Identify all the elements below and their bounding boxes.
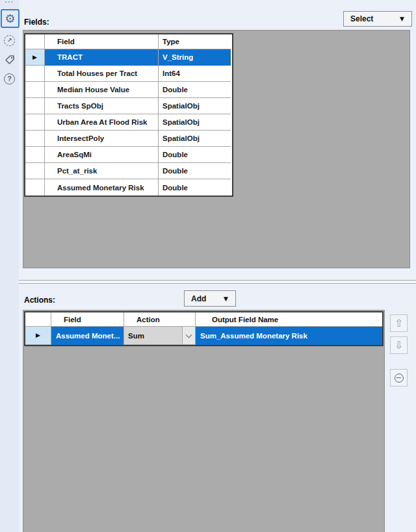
row-selector[interactable]: ▶	[25, 327, 51, 345]
actions-panel: Field Action Output Field Name ▶ Assumed…	[23, 310, 385, 532]
current-row-marker-icon: ▶	[32, 55, 37, 60]
move-row-down-button[interactable]: ⇩	[390, 336, 408, 354]
configuration-tab-button[interactable]: ⚙	[1, 9, 20, 28]
field-cell[interactable]: IntersectPoly	[45, 131, 159, 147]
row-selector[interactable]	[25, 131, 45, 147]
run-circle-arrow-icon: ↗	[4, 35, 15, 46]
tag-icon	[3, 53, 16, 66]
field-cell[interactable]: Median House Value	[45, 82, 159, 98]
actions-table: Field Action Output Field Name ▶ Assumed…	[24, 311, 384, 346]
type-cell[interactable]: SpatialObj	[159, 114, 231, 131]
help-tab-button[interactable]: ?	[1, 70, 18, 87]
row-selector[interactable]	[25, 179, 45, 196]
type-cell[interactable]: Double	[159, 179, 231, 196]
table-row[interactable]: Assumed Monetary Risk Double	[25, 179, 232, 196]
type-cell[interactable]: Int64	[159, 66, 231, 82]
summarize-tool-config-panel: ··· ⚙ ↗ ? Fields: Select ▼	[0, 0, 416, 532]
table-row[interactable]: ▶ Assumed Monet... Sum Sum_Assumed Monet…	[25, 327, 382, 345]
actions-table-header: Field Action Output Field Name	[25, 312, 382, 327]
row-selector[interactable]	[25, 98, 45, 114]
add-dropdown-label: Add	[185, 294, 224, 303]
row-selector[interactable]	[25, 163, 45, 179]
fields-panel: Field Type ▶ TRACT V_String Total Houses…	[23, 30, 410, 268]
field-cell[interactable]: AreaSqMi	[45, 147, 159, 163]
table-row[interactable]: Tracts SpObj SpatialObj	[25, 98, 232, 114]
table-row[interactable]: AreaSqMi Double	[25, 147, 232, 163]
type-cell[interactable]: Double	[159, 163, 231, 179]
overflow-menu-icon[interactable]: ···	[0, 0, 19, 6]
up-arrow-icon: ⇧	[395, 318, 403, 329]
type-cell[interactable]: Double	[159, 147, 231, 163]
action-field-cell[interactable]: Assumed Monet...	[51, 327, 124, 345]
row-selector[interactable]	[25, 82, 45, 98]
select-dropdown-button[interactable]: Select ▼	[343, 11, 412, 27]
actions-section-label: Actions:	[24, 296, 55, 305]
chevron-down-icon: ▼	[400, 16, 411, 22]
type-cell[interactable]: SpatialObj	[159, 98, 231, 114]
column-header-type: Type	[159, 34, 231, 49]
field-cell[interactable]: Tracts SpObj	[45, 98, 159, 114]
table-row[interactable]: IntersectPoly SpatialObj	[25, 131, 232, 147]
field-cell[interactable]: Total Houses per Tract	[45, 66, 159, 82]
row-selector[interactable]	[25, 147, 45, 163]
action-combobox-value: Sum	[124, 332, 182, 340]
fields-table: Field Type ▶ TRACT V_String Total Houses…	[24, 33, 233, 197]
move-row-up-button[interactable]: ⇧	[390, 314, 408, 332]
output-field-name-cell[interactable]: Sum_Assumed Monetary Risk	[196, 327, 382, 345]
type-cell[interactable]: Double	[159, 82, 231, 98]
field-cell[interactable]: Urban Area At Flood Risk	[45, 114, 159, 131]
table-row[interactable]: Pct_at_risk Double	[25, 163, 232, 179]
field-cell[interactable]: Pct_at_risk	[45, 163, 159, 179]
fields-table-header: Field Type	[25, 34, 232, 49]
row-selector[interactable]	[25, 66, 45, 82]
action-cell[interactable]: Sum	[124, 327, 196, 345]
column-header-field: Field	[51, 312, 124, 327]
type-cell[interactable]: SpatialObj	[159, 131, 231, 147]
run-results-tab-button[interactable]: ↗	[1, 32, 18, 49]
field-cell[interactable]: TRACT	[45, 49, 159, 66]
column-header-field: Field	[45, 34, 159, 49]
help-icon: ?	[4, 73, 15, 84]
down-arrow-icon: ⇩	[395, 340, 403, 351]
gear-icon: ⚙	[5, 13, 15, 25]
remove-row-button[interactable]	[390, 369, 408, 386]
chevron-down-icon: ▼	[224, 296, 235, 302]
fields-section-label: Fields:	[24, 18, 49, 27]
table-row[interactable]: Median House Value Double	[25, 82, 232, 98]
annotation-tab-button[interactable]	[1, 51, 18, 68]
chevron-down-icon	[186, 331, 192, 338]
action-combobox[interactable]: Sum	[124, 327, 195, 344]
gutter-header-cell	[25, 34, 45, 49]
column-header-action: Action	[124, 312, 196, 327]
column-header-output: Output Field Name	[196, 312, 382, 327]
table-row[interactable]: Total Houses per Tract Int64	[25, 66, 232, 82]
gutter-header-cell	[25, 312, 51, 327]
field-cell[interactable]: Assumed Monetary Risk	[45, 179, 159, 196]
row-selector[interactable]	[25, 114, 45, 131]
add-dropdown-button[interactable]: Add ▼	[184, 290, 236, 307]
row-selector[interactable]: ▶	[25, 49, 45, 66]
select-dropdown-label: Select	[344, 14, 400, 23]
panel-splitter[interactable]	[19, 280, 416, 284]
table-row[interactable]: Urban Area At Flood Risk SpatialObj	[25, 114, 232, 131]
left-toolbar: ··· ⚙ ↗ ?	[0, 0, 19, 532]
minus-circle-icon	[395, 374, 404, 383]
type-cell[interactable]: V_String	[159, 49, 231, 66]
current-row-marker-icon: ▶	[36, 333, 40, 338]
combobox-dropdown-button[interactable]	[182, 327, 195, 344]
table-row[interactable]: ▶ TRACT V_String	[25, 49, 232, 66]
